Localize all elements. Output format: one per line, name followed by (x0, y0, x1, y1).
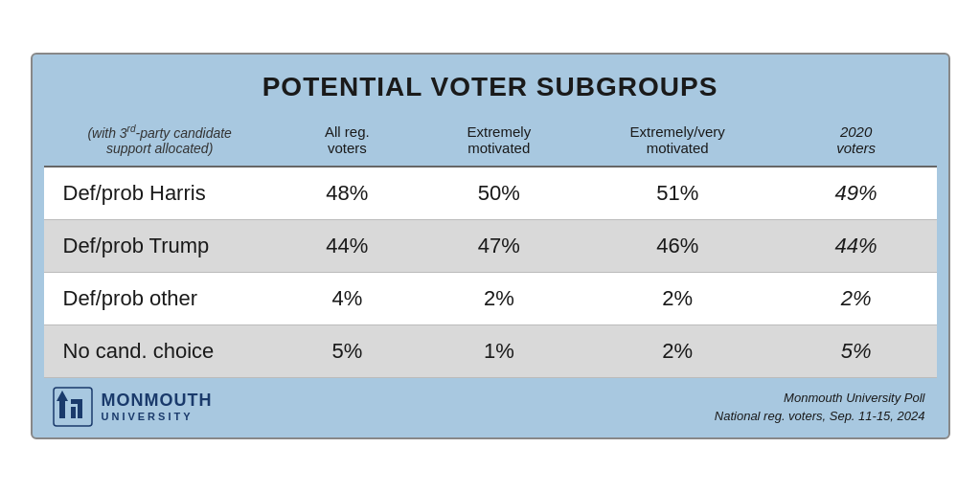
row0-col2: 50% (419, 167, 580, 220)
row1-col1: 44% (276, 220, 419, 273)
citation-line1: Monmouth University Poll (715, 389, 925, 408)
row1-col3: 46% (580, 220, 776, 273)
row3-col4: 5% (776, 325, 937, 378)
row2-col4: 2% (776, 273, 937, 325)
row2-col2: 2% (419, 273, 580, 325)
row3-label: No cand. choice (44, 325, 276, 378)
logo-area: MONMOUTH UNIVERSITY (52, 386, 213, 428)
logo-text: MONMOUTH UNIVERSITY (102, 391, 213, 422)
svg-marker-2 (57, 391, 68, 401)
row0-col1: 48% (276, 167, 419, 220)
table-row: Def/prob other 4% 2% 2% 2% (44, 273, 937, 325)
svg-rect-1 (59, 399, 65, 418)
footer-citation: Monmouth University Poll National reg. v… (715, 389, 925, 426)
row1-col2: 47% (419, 220, 580, 273)
data-table: (with 3rd-party candidatesupport allocat… (44, 114, 937, 378)
table-row: Def/prob Harris 48% 50% 51% 49% (44, 167, 937, 220)
header-col3: Extremely/verymotivated (580, 114, 776, 167)
row0-col3: 51% (580, 167, 776, 220)
footer: MONMOUTH UNIVERSITY Monmouth University … (44, 378, 937, 437)
header-col2: Extremelymotivated (419, 114, 580, 167)
row1-label: Def/prob Trump (44, 220, 276, 273)
row3-col2: 1% (419, 325, 580, 378)
logo-monmouth: MONMOUTH (102, 391, 213, 411)
monmouth-logo-icon (52, 386, 94, 428)
svg-rect-3 (71, 407, 76, 418)
logo-university: UNIVERSITY (102, 411, 213, 422)
card: POTENTIAL VOTER SUBGROUPS (with 3rd-part… (31, 53, 950, 439)
card-title: POTENTIAL VOTER SUBGROUPS (44, 66, 937, 114)
row3-col1: 5% (276, 325, 419, 378)
citation-line2: National reg. voters, Sep. 11-15, 2024 (715, 407, 925, 426)
row0-label: Def/prob Harris (44, 167, 276, 220)
row3-col3: 2% (580, 325, 776, 378)
row1-col4: 44% (776, 220, 937, 273)
row2-col1: 4% (276, 273, 419, 325)
row2-label: Def/prob other (44, 273, 276, 325)
row0-col4: 49% (776, 167, 937, 220)
svg-rect-4 (78, 403, 82, 418)
table-row: No cand. choice 5% 1% 2% 5% (44, 325, 937, 378)
svg-rect-5 (71, 399, 82, 404)
header-col4: 2020voters (776, 114, 937, 167)
table-row: Def/prob Trump 44% 47% 46% 44% (44, 220, 937, 273)
header-col1: All reg.voters (276, 114, 419, 167)
header-col0: (with 3rd-party candidatesupport allocat… (44, 114, 276, 167)
row2-col3: 2% (580, 273, 776, 325)
